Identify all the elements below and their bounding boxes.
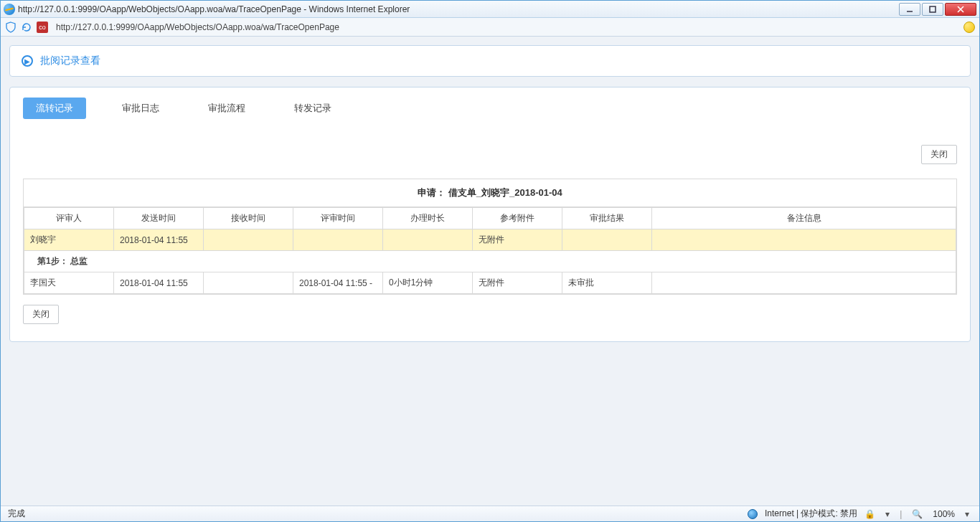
col-result: 审批结果 bbox=[562, 208, 652, 229]
cell-attachment: 无附件 bbox=[473, 229, 562, 251]
maximize-button[interactable] bbox=[922, 3, 943, 16]
cell-receive-time bbox=[204, 229, 293, 251]
zoom-value: 100% bbox=[933, 509, 955, 519]
col-review-time: 评审时间 bbox=[293, 208, 383, 229]
close-button-top[interactable]: 关闭 bbox=[921, 145, 957, 164]
zoom-icon[interactable]: 🔍 bbox=[909, 509, 925, 519]
tab-label: 审批流程 bbox=[208, 103, 245, 113]
col-receive-time: 接收时间 bbox=[204, 208, 293, 229]
cell-review-time bbox=[293, 229, 383, 251]
cell-result bbox=[562, 229, 652, 251]
cell-send-time: 2018-01-04 11:55 bbox=[114, 272, 204, 294]
title-bar: http://127.0.0.1:9999/OAapp/WebObjects/O… bbox=[1, 1, 979, 18]
cell-review-time: 2018-01-04 11:55 - bbox=[293, 272, 383, 294]
cell-attachment: 无附件 bbox=[473, 272, 562, 294]
cell-reviewer: 李国天 bbox=[24, 272, 114, 294]
status-bar: 完成 Internet | 保护模式: 禁用 🔒 ▾ | 🔍 100% ▾ bbox=[1, 506, 979, 521]
col-reviewer: 评审人 bbox=[24, 208, 114, 229]
status-text: 完成 bbox=[8, 508, 748, 520]
security-dropdown-icon[interactable]: ▾ bbox=[882, 509, 892, 519]
bottom-button-row: 关闭 bbox=[23, 305, 957, 324]
window-control-buttons bbox=[899, 3, 976, 16]
table-header-row: 评审人 发送时间 接收时间 评审时间 办理时长 参考附件 审批结果 备注信息 bbox=[24, 208, 956, 229]
table-row[interactable]: 李国天 2018-01-04 11:55 2018-01-04 11:55 - … bbox=[24, 272, 956, 294]
app-badge-icon: co bbox=[37, 22, 48, 33]
cell-duration: 0小时1分钟 bbox=[383, 272, 473, 294]
favorite-icon[interactable] bbox=[963, 22, 975, 33]
cell-receive-time bbox=[204, 272, 293, 294]
shield-icon[interactable] bbox=[5, 22, 17, 33]
cell-remark bbox=[652, 272, 956, 294]
tab-bar: 流转记录 审批日志 审批流程 转发记录 bbox=[23, 98, 957, 119]
step-label: 第1步： 总监 bbox=[24, 251, 956, 272]
table-row[interactable]: 刘晓宇 2018-01-04 11:55 无附件 bbox=[24, 229, 956, 251]
col-duration: 办理时长 bbox=[383, 208, 473, 229]
arrow-right-icon: ▶ bbox=[22, 55, 33, 67]
tab-forward-record[interactable]: 转发记录 bbox=[281, 98, 344, 119]
col-attachment: 参考附件 bbox=[473, 208, 562, 229]
table-step-row: 第1步： 总监 bbox=[24, 251, 956, 272]
address-bar: co http://127.0.0.1:9999/OAapp/WebObject… bbox=[1, 18, 979, 37]
table-caption: 申请： 借支单_刘晓宇_2018-01-04 bbox=[24, 179, 956, 207]
tab-label: 审批日志 bbox=[122, 103, 159, 113]
refresh-icon[interactable] bbox=[21, 22, 32, 33]
page-header-panel: ▶ 批阅记录查看 bbox=[9, 45, 971, 77]
cell-send-time: 2018-01-04 11:55 bbox=[114, 229, 204, 251]
tab-flow-record[interactable]: 流转记录 bbox=[23, 98, 86, 119]
tab-label: 转发记录 bbox=[294, 103, 331, 113]
cell-remark bbox=[652, 229, 956, 251]
status-right: Internet | 保护模式: 禁用 🔒 ▾ | 🔍 100% ▾ bbox=[748, 508, 972, 520]
top-button-row: 关闭 bbox=[23, 145, 957, 164]
zoom-dropdown-icon[interactable]: ▾ bbox=[962, 509, 972, 519]
cell-reviewer: 刘晓宇 bbox=[24, 229, 114, 251]
col-remark: 备注信息 bbox=[652, 208, 956, 229]
protected-mode-text: Internet | 保护模式: 禁用 bbox=[765, 508, 857, 520]
cell-duration bbox=[383, 229, 473, 251]
main-card: 流转记录 审批日志 审批流程 转发记录 关闭 申请： 借支单_刘晓宇_2018-… bbox=[9, 87, 971, 342]
close-button-bottom[interactable]: 关闭 bbox=[23, 305, 59, 324]
page-content: ▶ 批阅记录查看 流转记录 审批日志 审批流程 转发记录 关闭 申请： 借支单_… bbox=[1, 37, 979, 506]
col-send-time: 发送时间 bbox=[114, 208, 204, 229]
lock-icon: 🔒 bbox=[864, 509, 875, 519]
globe-icon bbox=[748, 509, 758, 519]
separator: | bbox=[900, 509, 902, 519]
url-field[interactable]: http://127.0.0.1:9999/OAapp/WebObjects/O… bbox=[52, 20, 959, 34]
tab-label: 流转记录 bbox=[36, 103, 73, 113]
cell-result: 未审批 bbox=[562, 272, 652, 294]
window-title: http://127.0.0.1:9999/OAapp/WebObjects/O… bbox=[18, 4, 899, 14]
records-table: 评审人 发送时间 接收时间 评审时间 办理时长 参考附件 审批结果 备注信息 刘 bbox=[24, 207, 956, 294]
minimize-button[interactable] bbox=[899, 3, 920, 16]
ie-icon bbox=[4, 4, 15, 15]
svg-rect-1 bbox=[930, 6, 936, 12]
page-title: 批阅记录查看 bbox=[40, 54, 100, 67]
browser-window: http://127.0.0.1:9999/OAapp/WebObjects/O… bbox=[0, 0, 980, 522]
tab-approval-log[interactable]: 审批日志 bbox=[109, 98, 172, 119]
close-window-button[interactable] bbox=[945, 3, 976, 16]
tab-approval-flow[interactable]: 审批流程 bbox=[195, 98, 258, 119]
records-table-wrap: 申请： 借支单_刘晓宇_2018-01-04 评审人 发送时间 接收时间 评审时… bbox=[23, 179, 957, 295]
